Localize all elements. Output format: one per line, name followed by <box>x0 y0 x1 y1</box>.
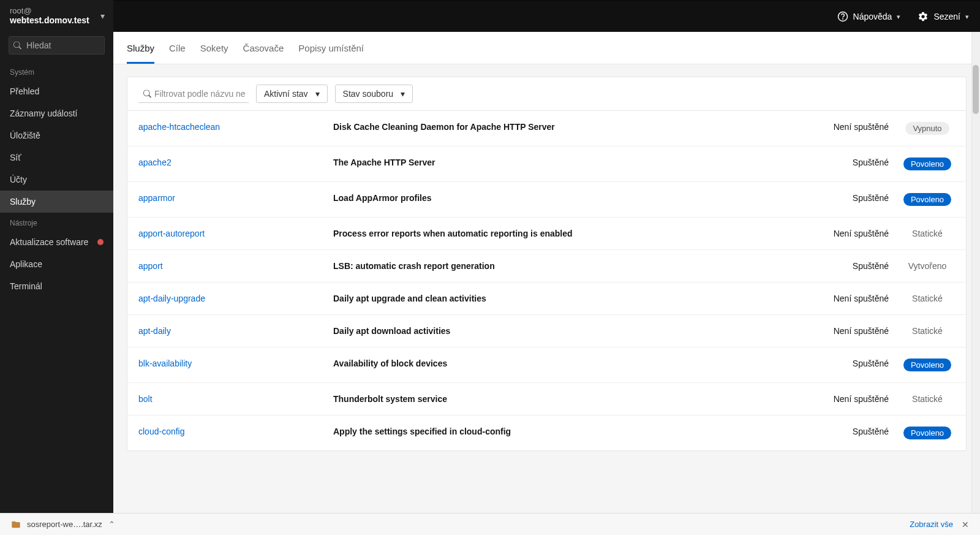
help-icon <box>837 11 848 22</box>
service-link[interactable]: apparmor <box>138 193 175 203</box>
service-file-state: Statické <box>900 229 955 238</box>
scrollbar-track[interactable] <box>971 32 980 513</box>
service-status: Není spuštěné <box>815 122 889 132</box>
service-description: Daily apt upgrade and clean activities <box>333 294 804 303</box>
sidebar-item-overview[interactable]: Přehled <box>0 80 113 102</box>
chevron-down-icon: ▾ <box>965 13 969 21</box>
service-link[interactable]: cloud-config <box>138 427 185 436</box>
session-label: Sezení <box>933 12 960 21</box>
current-host: webtest.domov.test <box>10 15 89 25</box>
service-file-state: Vytvořeno <box>900 261 955 271</box>
help-label: Nápověda <box>853 12 892 21</box>
service-row: blk-availabilityAvailability of block de… <box>127 347 966 383</box>
sidebar-item-network[interactable]: Síť <box>0 146 113 169</box>
content-area: Služby Cíle Sokety Časovače Popisy umíst… <box>113 32 980 513</box>
service-status: Spuštěné <box>815 193 889 203</box>
service-row: apt-dailyDaily apt download activitiesNe… <box>127 315 966 347</box>
service-file-state: Povoleno <box>900 193 955 206</box>
service-row: apache2The Apache HTTP ServerSpuštěnéPov… <box>127 146 966 182</box>
service-file-state: Povoleno <box>900 157 955 170</box>
service-file-state: Statické <box>900 326 955 336</box>
download-filename[interactable]: sosreport-we….tar.xz <box>27 520 102 529</box>
host-switcher[interactable]: root@ webtest.domov.test ▾ <box>0 0 113 31</box>
svg-point-1 <box>842 18 843 19</box>
service-row: apache-htcachecleanDisk Cache Cleaning D… <box>127 111 966 146</box>
chevron-up-icon[interactable]: ⌃ <box>108 520 115 529</box>
sidebar-item-apps[interactable]: Aplikace <box>0 253 113 275</box>
sidebar-item-terminal[interactable]: Terminál <box>0 275 113 297</box>
tab-paths[interactable]: Popisy umístění <box>298 32 364 64</box>
active-state-dropdown[interactable]: Aktivní stav ▾ <box>256 85 328 103</box>
caret-down-icon: ▾ <box>315 89 320 99</box>
service-link[interactable]: apache2 <box>138 157 172 167</box>
service-file-state: Povoleno <box>900 359 955 371</box>
session-menu[interactable]: Sezení ▾ <box>918 11 969 22</box>
service-file-state: Statické <box>900 294 955 303</box>
gear-icon <box>918 11 929 22</box>
search-input[interactable] <box>9 36 105 55</box>
service-status: Není spuštěné <box>815 326 889 336</box>
service-status: Spuštěné <box>815 157 889 167</box>
service-row: apportLSB: automatic crash report genera… <box>127 250 966 283</box>
tab-targets[interactable]: Cíle <box>169 32 186 64</box>
nav-section-system: Systém <box>0 62 113 80</box>
service-link[interactable]: apache-htcacheclean <box>138 122 220 132</box>
service-description: Process error reports when automatic rep… <box>333 229 804 238</box>
service-description: Availability of block devices <box>333 359 804 368</box>
service-link[interactable]: apt-daily-upgrade <box>138 294 205 303</box>
sidebar-item-accounts[interactable]: Účty <box>0 169 113 191</box>
chevron-down-icon: ▾ <box>897 13 900 21</box>
service-description: Thunderbolt system service <box>333 394 804 404</box>
tab-timers[interactable]: Časovače <box>243 32 284 64</box>
update-badge-icon <box>97 239 104 245</box>
topbar: Nápověda ▾ Sezení ▾ <box>113 0 980 32</box>
service-link[interactable]: apport <box>138 261 163 271</box>
service-row: apparmorLoad AppArmor profilesSpuštěnéPo… <box>127 182 966 218</box>
service-file-state: Vypnuto <box>900 122 955 135</box>
search-icon <box>13 42 21 50</box>
service-description: Apply the settings specified in cloud-co… <box>333 427 804 436</box>
service-description: LSB: automatic crash report generation <box>333 261 804 271</box>
filters-row: Aktivní stav ▾ Stav souboru ▾ <box>127 77 966 111</box>
download-bar: sosreport-we….tar.xz ⌃ Zobrazit vše ✕ <box>0 513 980 535</box>
service-link[interactable]: blk-availability <box>138 359 192 368</box>
service-description: Disk Cache Cleaning Daemon for Apache HT… <box>333 122 804 132</box>
nav-section-tools: Nástroje <box>0 213 113 231</box>
help-menu[interactable]: Nápověda ▾ <box>837 11 901 22</box>
service-row: apt-daily-upgradeDaily apt upgrade and c… <box>127 283 966 315</box>
service-file-state: Povoleno <box>900 427 955 439</box>
file-state-dropdown[interactable]: Stav souboru ▾ <box>335 85 413 103</box>
service-file-state: Statické <box>900 394 955 404</box>
sidebar-item-storage[interactable]: Úložiště <box>0 124 113 146</box>
service-status: Není spuštěné <box>815 294 889 303</box>
tabbar: Služby Cíle Sokety Časovače Popisy umíst… <box>113 32 980 64</box>
services-list: apache-htcachecleanDisk Cache Cleaning D… <box>127 111 966 450</box>
service-description: Daily apt download activities <box>333 326 804 336</box>
sidebar: root@ webtest.domov.test ▾ Systém Přehle… <box>0 0 113 513</box>
sidebar-item-logs[interactable]: Záznamy událostí <box>0 102 113 124</box>
filter-input[interactable] <box>138 85 249 103</box>
service-description: The Apache HTTP Server <box>333 157 804 167</box>
close-icon[interactable]: ✕ <box>962 520 969 529</box>
search-icon <box>143 90 151 98</box>
service-status: Spuštěné <box>815 427 889 436</box>
sidebar-item-updates[interactable]: Aktualizace software <box>0 231 113 253</box>
service-link[interactable]: bolt <box>138 394 153 404</box>
service-link[interactable]: apport-autoreport <box>138 229 205 238</box>
main-column: Nápověda ▾ Sezení ▾ Služby Cíle Sokety Č… <box>113 0 980 513</box>
tab-sockets[interactable]: Sokety <box>200 32 228 64</box>
sidebar-item-services[interactable]: Služby <box>0 191 113 213</box>
service-link[interactable]: apt-daily <box>138 326 171 336</box>
service-row: apport-autoreportProcess error reports w… <box>127 218 966 250</box>
service-status: Spuštěné <box>815 261 889 271</box>
chevron-down-icon: ▾ <box>100 11 105 21</box>
current-user: root@ <box>10 6 89 15</box>
show-all-downloads[interactable]: Zobrazit vše <box>910 520 953 529</box>
tab-services[interactable]: Služby <box>127 32 154 64</box>
caret-down-icon: ▾ <box>401 89 405 99</box>
scrollbar-thumb[interactable] <box>973 65 979 114</box>
service-status: Není spuštěné <box>815 394 889 404</box>
service-status: Není spuštěné <box>815 229 889 238</box>
service-description: Load AppArmor profiles <box>333 193 804 203</box>
archive-icon <box>11 520 21 529</box>
